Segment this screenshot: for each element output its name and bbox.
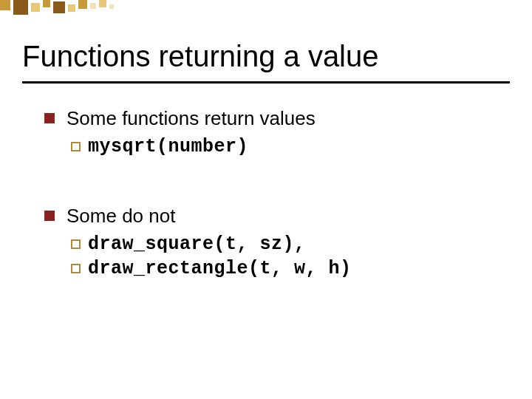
sub-item: mysqrt(number) — [71, 136, 488, 157]
list-item: Some do not draw_square(t, sz), draw_rec… — [44, 205, 488, 282]
list-item: Some functions return values mysqrt(numb… — [44, 107, 488, 160]
item-text: Some do not — [66, 205, 488, 228]
sub-item: draw_square(t, sz), — [71, 233, 488, 255]
item-text: Some functions return values — [66, 107, 488, 130]
code-text: mysqrt(number) — [88, 136, 248, 157]
sub-item: draw_rectangle(t, w, h) — [71, 258, 488, 279]
slide-title: Functions returning a value — [22, 40, 379, 73]
bullet-icon — [44, 113, 55, 123]
slide-content: Some functions return values mysqrt(numb… — [44, 107, 488, 327]
header-decoration — [0, 0, 133, 22]
sub-bullet-icon — [71, 239, 81, 249]
code-text: draw_rectangle(t, w, h) — [88, 258, 352, 279]
bullet-icon — [44, 211, 55, 221]
sub-bullet-icon — [71, 142, 81, 151]
sub-bullet-icon — [71, 264, 81, 273]
title-rule — [22, 81, 510, 83]
code-text: draw_square(t, sz), — [88, 233, 306, 255]
